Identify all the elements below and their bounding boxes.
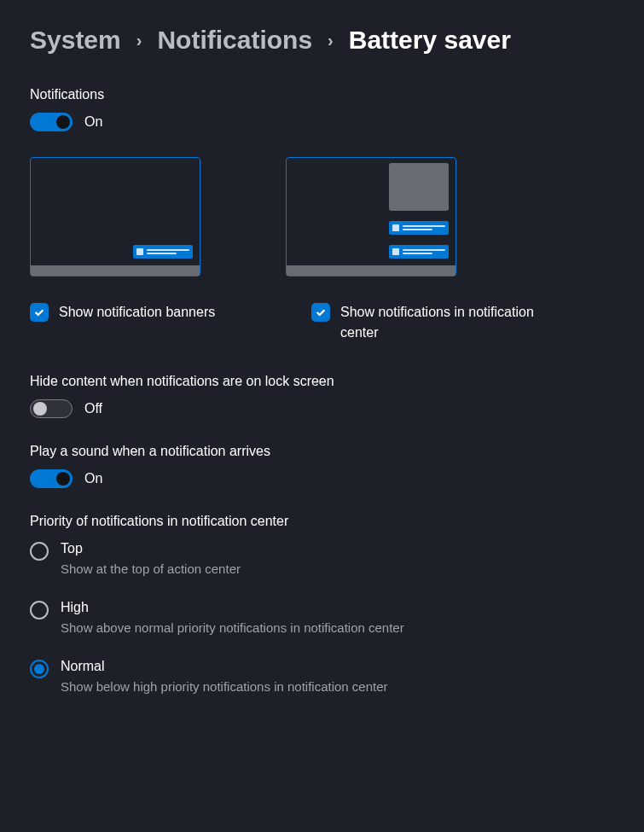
priority-normal-label: Normal bbox=[61, 659, 388, 674]
show-center-label: Show notifications in notification cente… bbox=[340, 302, 542, 343]
preview-center-card[interactable] bbox=[286, 157, 456, 276]
notifications-toggle[interactable] bbox=[30, 113, 73, 131]
hide-content-toggle-state: Off bbox=[84, 401, 102, 416]
preview-banner-card[interactable] bbox=[30, 157, 200, 276]
play-sound-toggle-state: On bbox=[84, 471, 102, 486]
breadcrumb-current: Battery saver bbox=[349, 26, 511, 55]
check-icon bbox=[33, 306, 45, 318]
breadcrumb-system[interactable]: System bbox=[30, 26, 121, 55]
chevron-right-icon: › bbox=[328, 31, 334, 50]
priority-top-desc: Show at the top of action center bbox=[61, 561, 241, 576]
priority-radio-normal[interactable]: Normal Show below high priority notifica… bbox=[30, 659, 614, 694]
priority-high-label: High bbox=[61, 600, 404, 615]
chevron-right-icon: › bbox=[136, 31, 142, 50]
notifications-label: Notifications bbox=[30, 87, 614, 102]
play-sound-label: Play a sound when a notification arrives bbox=[30, 444, 614, 459]
play-sound-toggle[interactable] bbox=[30, 469, 73, 488]
notifications-toggle-state: On bbox=[84, 114, 102, 130]
priority-high-desc: Show above normal priority notifications… bbox=[61, 620, 404, 635]
check-icon bbox=[315, 306, 327, 318]
show-center-checkbox[interactable] bbox=[311, 303, 330, 322]
breadcrumb-notifications[interactable]: Notifications bbox=[157, 26, 312, 55]
breadcrumb: System › Notifications › Battery saver bbox=[30, 26, 614, 55]
priority-normal-desc: Show below high priority notifications i… bbox=[61, 679, 388, 694]
show-banners-label: Show notification banners bbox=[59, 302, 215, 323]
hide-content-toggle[interactable] bbox=[30, 399, 73, 418]
priority-label: Priority of notifications in notificatio… bbox=[30, 514, 614, 529]
priority-top-label: Top bbox=[61, 541, 241, 556]
show-banners-checkbox[interactable] bbox=[30, 303, 49, 322]
hide-content-label: Hide content when notifications are on l… bbox=[30, 374, 614, 389]
priority-radio-high[interactable]: High Show above normal priority notifica… bbox=[30, 600, 614, 635]
priority-radio-top[interactable]: Top Show at the top of action center bbox=[30, 541, 614, 576]
